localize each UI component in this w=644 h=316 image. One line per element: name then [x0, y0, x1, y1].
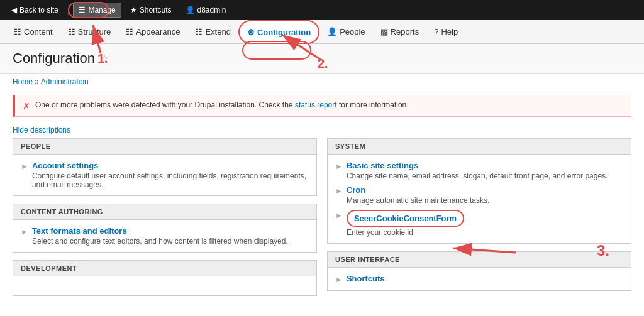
page-header: Configuration ☆ — [0, 44, 644, 74]
development-body — [13, 276, 316, 295]
manage-button[interactable]: ☰ Manage — [73, 3, 121, 18]
content-area: Configuration ☆ Home » Administration ✗ … — [0, 44, 644, 308]
nav-people[interactable]: 👤 People — [319, 20, 372, 44]
content-authoring-body: ► Text formats and editors Select and co… — [13, 220, 316, 252]
account-settings-item: ► Account settings Configure default use… — [21, 161, 309, 189]
admin-bar: ◀ Back to site | ☰ Manage ★ Shortcuts 👤 … — [0, 0, 644, 20]
nav-help[interactable]: ? Help — [426, 20, 465, 44]
account-settings-desc: Configure default user account settings,… — [32, 172, 309, 189]
system-section-header: System — [328, 139, 631, 155]
nav-configuration[interactable]: ⚙ Configuration — [238, 20, 319, 44]
user-interface-header: User Interface — [328, 252, 631, 268]
page-title: Configuration — [13, 50, 95, 67]
people-section-body: ► Account settings Configure default use… — [13, 155, 316, 195]
item-arrow-icon2: ► — [21, 227, 28, 236]
breadcrumb: Home » Administration — [0, 74, 644, 90]
shortcuts-link[interactable]: Shortcuts — [347, 274, 385, 283]
hide-desc-link[interactable]: Hide descriptions — [13, 126, 70, 134]
people-section-header: People — [13, 139, 316, 155]
error-icon: ✗ — [23, 101, 30, 111]
help-icon: ? — [434, 27, 438, 36]
warning-message: ✗ One or more problems were detected wit… — [13, 95, 631, 117]
content-authoring-section: Content Authoring ► Text formats and edi… — [13, 204, 317, 253]
item-arrow-icon: ► — [21, 162, 28, 171]
favorite-icon[interactable]: ☆ — [100, 53, 109, 65]
user-icon: 👤 — [186, 6, 195, 14]
user-interface-body: ► Shortcuts — [328, 268, 631, 290]
right-column: System ► Basic site settings Change site… — [327, 138, 631, 296]
nav-reports[interactable]: ▩ Reports — [373, 20, 427, 44]
hide-descriptions: Hide descriptions — [0, 122, 644, 138]
cookie-consent-item: ► SeeerCookieConsentForm Enter your cook… — [335, 210, 623, 237]
shortcuts-item: ► Shortcuts — [335, 274, 623, 284]
development-section: Development — [13, 260, 317, 296]
shortcuts-button[interactable]: ★ Shortcuts — [125, 3, 177, 17]
breadcrumb-home[interactable]: Home — [13, 77, 33, 86]
main-nav: ☷ Content ☷ Structure ☷ Appearance ☷ Ext… — [0, 20, 644, 44]
item-arrow-icon3: ► — [335, 162, 343, 171]
breadcrumb-separator: » — [35, 77, 40, 86]
nav-content[interactable]: ☷ Content — [6, 20, 60, 44]
cron-link[interactable]: Cron — [347, 185, 489, 195]
reports-icon: ▩ — [380, 27, 388, 36]
text-formats-item: ► Text formats and editors Select and co… — [21, 226, 309, 246]
cron-desc: Manage automatic site maintenance tasks. — [347, 196, 489, 205]
nav-structure[interactable]: ☷ Structure — [60, 20, 119, 44]
structure-icon: ☷ — [68, 27, 75, 36]
extend-icon: ☷ — [195, 27, 203, 36]
config-icon: ⚙ — [247, 28, 255, 37]
text-formats-link[interactable]: Text formats and editors — [32, 226, 288, 236]
appearance-icon: ☷ — [126, 27, 133, 36]
nav-appearance[interactable]: ☷ Appearance — [118, 20, 187, 44]
system-section: System ► Basic site settings Change site… — [327, 138, 631, 244]
cookie-consent-link[interactable]: SeeerCookieConsentForm — [354, 214, 457, 223]
nav-extend[interactable]: ☷ Extend — [187, 20, 238, 44]
user-interface-section: User Interface ► Shortcuts — [327, 251, 631, 291]
people-section: People ► Account settings Configure defa… — [13, 138, 317, 196]
cron-item: ► Cron Manage automatic site maintenance… — [335, 185, 623, 205]
breadcrumb-admin[interactable]: Administration — [41, 77, 89, 86]
content-authoring-header: Content Authoring — [13, 204, 316, 220]
left-column: People ► Account settings Configure defa… — [13, 138, 317, 296]
admin-bar-divider: | — [67, 6, 69, 15]
menu-icon: ☰ — [79, 6, 86, 14]
system-section-body: ► Basic site settings Change site name, … — [328, 155, 631, 243]
development-header: Development — [13, 261, 316, 276]
text-formats-desc: Select and configure text editors, and h… — [32, 237, 288, 246]
item-arrow-icon6: ► — [335, 275, 343, 284]
basic-site-desc: Change site name, email address, slogan,… — [347, 172, 608, 180]
people-icon: 👤 — [327, 27, 337, 36]
cookie-consent-desc: Enter your cookie id — [347, 228, 464, 237]
basic-site-settings-item: ► Basic site settings Change site name, … — [335, 161, 623, 180]
back-to-site[interactable]: ◀ Back to site — [6, 3, 64, 17]
account-settings-link[interactable]: Account settings — [32, 161, 309, 170]
user-menu[interactable]: 👤 d8admin — [180, 3, 231, 17]
status-report-link[interactable]: status report — [295, 101, 337, 109]
item-arrow-icon5: ► — [335, 211, 343, 220]
star-icon2: ★ — [130, 6, 137, 14]
basic-site-link[interactable]: Basic site settings — [347, 161, 608, 170]
back-icon: ◀ — [11, 6, 17, 14]
content-icon: ☷ — [14, 27, 21, 36]
main-columns: People ► Account settings Configure defa… — [0, 138, 644, 308]
item-arrow-icon4: ► — [335, 187, 343, 195]
